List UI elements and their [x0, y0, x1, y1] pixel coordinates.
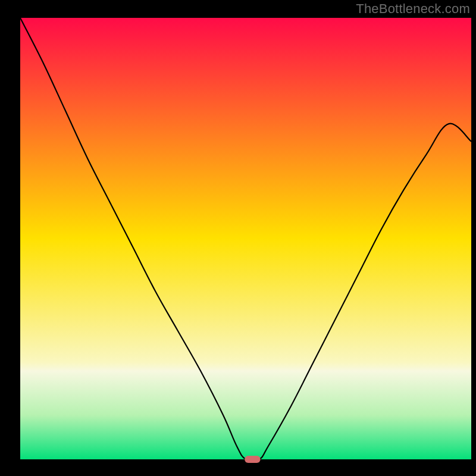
- chart-svg: [0, 0, 476, 476]
- optimal-point-marker: [245, 456, 261, 463]
- plot-area: [20, 18, 471, 459]
- bottleneck-chart: TheBottleneck.com: [0, 0, 476, 476]
- attribution-label: TheBottleneck.com: [356, 1, 470, 17]
